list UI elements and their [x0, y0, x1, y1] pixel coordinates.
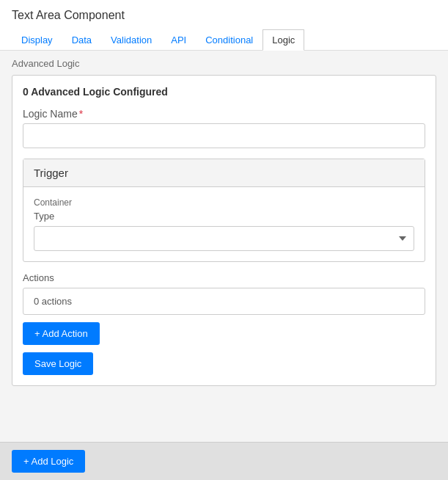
page-header: Text Area Component Display Data Validat… — [0, 0, 448, 51]
actions-label: Actions — [23, 272, 425, 283]
trigger-container-label: Container — [34, 197, 414, 208]
logic-name-label: Logic Name* — [23, 108, 425, 120]
tab-validation[interactable]: Validation — [101, 29, 161, 50]
content-area: Advanced Logic 0 Advanced Logic Configur… — [0, 51, 448, 472]
footer-bar: + Add Logic — [0, 442, 448, 480]
page-title: Text Area Component — [12, 9, 436, 22]
save-logic-button[interactable]: Save Logic — [23, 352, 93, 375]
trigger-body: Container Type — [23, 187, 425, 261]
logic-card: 0 Advanced Logic Configured Logic Name* … — [12, 75, 436, 386]
tabs-bar: Display Data Validation API Conditional … — [12, 29, 436, 50]
trigger-type-label: Type — [34, 211, 414, 222]
actions-count-box: 0 actions — [23, 288, 425, 315]
tab-logic[interactable]: Logic — [262, 29, 304, 51]
tab-data[interactable]: Data — [62, 29, 101, 50]
add-action-button[interactable]: + Add Action — [23, 322, 100, 345]
logic-name-input[interactable] — [23, 123, 425, 148]
logic-count-header: 0 Advanced Logic Configured — [23, 86, 425, 98]
required-star: * — [79, 108, 83, 120]
trigger-type-select[interactable] — [34, 226, 414, 251]
tab-conditional[interactable]: Conditional — [196, 29, 262, 50]
section-label: Advanced Logic — [12, 58, 436, 69]
trigger-section: Trigger Container Type — [23, 159, 425, 262]
actions-section: Actions 0 actions + Add Action Save Logi… — [23, 272, 425, 375]
tab-api[interactable]: API — [161, 29, 196, 50]
add-logic-button[interactable]: + Add Logic — [12, 450, 85, 473]
trigger-header: Trigger — [23, 159, 425, 187]
tab-display[interactable]: Display — [12, 29, 62, 50]
